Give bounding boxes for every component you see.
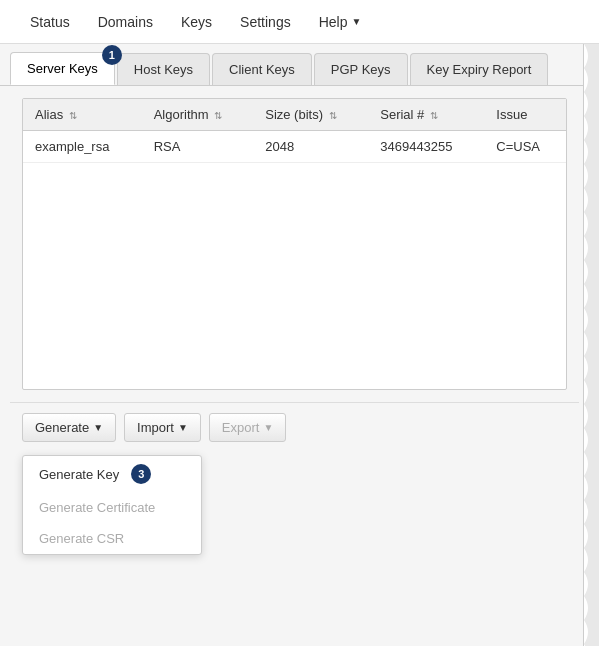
menu-item-generate-csr[interactable]: Generate CSR — [23, 523, 201, 554]
cell-serial: 3469443255 — [368, 131, 484, 163]
generate-dropdown-menu: Generate Key 3 Generate Certificate Gene… — [22, 455, 202, 555]
table-row[interactable]: example_rsa RSA 2048 3469443255 C=USA — [23, 131, 566, 163]
menu-item-generate-key[interactable]: Generate Key 3 — [23, 456, 201, 492]
algorithm-sort-icon: ⇅ — [214, 110, 222, 121]
top-navigation: Status Domains Keys Settings Help ▼ — [0, 0, 599, 44]
serial-sort-icon: ⇅ — [430, 110, 438, 121]
page-wrapper: Status Domains Keys Settings Help ▼ Serv… — [0, 0, 599, 646]
bottom-toolbar: Generate ▼ Import ▼ Export ▼ Generate Ke… — [10, 402, 579, 452]
generate-arrow-icon: ▼ — [93, 422, 103, 433]
col-serial[interactable]: Serial # ⇅ — [368, 99, 484, 131]
table-container[interactable]: Alias ⇅ Algorithm ⇅ Size (bits) ⇅ — [23, 99, 566, 389]
tab-bar: Server Keys 1 Host Keys Client Keys PGP … — [0, 44, 599, 86]
server-keys-badge: 1 — [102, 45, 122, 65]
import-button[interactable]: Import ▼ — [124, 413, 201, 442]
tab-host-keys[interactable]: Host Keys — [117, 53, 210, 85]
export-arrow-icon: ▼ — [263, 422, 273, 433]
col-size[interactable]: Size (bits) ⇅ — [253, 99, 368, 131]
col-algorithm[interactable]: Algorithm ⇅ — [142, 99, 254, 131]
nav-help[interactable]: Help ▼ — [305, 2, 376, 42]
generate-button[interactable]: Generate ▼ — [22, 413, 116, 442]
nav-keys[interactable]: Keys — [167, 2, 226, 42]
col-alias[interactable]: Alias ⇅ — [23, 99, 142, 131]
menu-item-generate-certificate[interactable]: Generate Certificate — [23, 492, 201, 523]
wavy-svg — [584, 44, 599, 646]
wavy-edge — [583, 44, 599, 646]
alias-sort-icon: ⇅ — [69, 110, 77, 121]
export-button[interactable]: Export ▼ — [209, 413, 286, 442]
nav-settings[interactable]: Settings — [226, 2, 305, 42]
cell-algorithm: RSA — [142, 131, 254, 163]
tab-server-keys[interactable]: Server Keys 1 — [10, 52, 115, 85]
tab-client-keys[interactable]: Client Keys — [212, 53, 312, 85]
cell-size: 2048 — [253, 131, 368, 163]
tab-pgp-keys[interactable]: PGP Keys — [314, 53, 408, 85]
tab-key-expiry-report[interactable]: Key Expiry Report — [410, 53, 549, 85]
cell-alias: example_rsa — [23, 131, 142, 163]
generate-key-badge: 3 — [131, 464, 151, 484]
cell-issue: C=USA — [484, 131, 566, 163]
import-arrow-icon: ▼ — [178, 422, 188, 433]
keys-table: Alias ⇅ Algorithm ⇅ Size (bits) ⇅ — [23, 99, 566, 163]
nav-status[interactable]: Status — [16, 2, 84, 42]
main-panel: Alias ⇅ Algorithm ⇅ Size (bits) ⇅ — [22, 98, 567, 390]
size-sort-icon: ⇅ — [329, 110, 337, 121]
col-issue: Issue — [484, 99, 566, 131]
table-header-row: Alias ⇅ Algorithm ⇅ Size (bits) ⇅ — [23, 99, 566, 131]
nav-domains[interactable]: Domains — [84, 2, 167, 42]
help-dropdown-icon: ▼ — [351, 16, 361, 27]
content-area: Alias ⇅ Algorithm ⇅ Size (bits) ⇅ — [10, 98, 579, 452]
